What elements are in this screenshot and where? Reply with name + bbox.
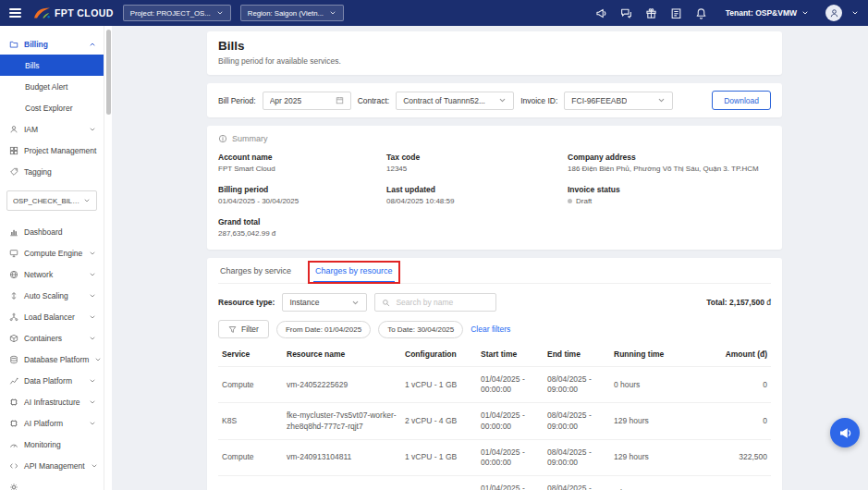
sidebar-item-budget-alert[interactable]: Budget Alert [0, 76, 104, 97]
chevron-down-icon [498, 96, 507, 104]
summary-account-name: Account name FPT Smart Cloud [218, 153, 386, 175]
cell-config: 1 vCPU - 1 GB [401, 367, 477, 403]
table-header-row: Service Resource name Configuration Star… [218, 342, 771, 367]
sidebar-item-ai-infrastructure[interactable]: AI Infrastructure [0, 391, 104, 412]
notification-bell-icon[interactable] [695, 7, 707, 19]
top-navbar: FPT CLOUD Project: PROJECT_OS... Region:… [0, 0, 868, 26]
sidebar-item-project-management[interactable]: Project Management [0, 140, 104, 161]
chevron-down-icon [329, 9, 336, 17]
sidebar-item-label: AI Infrastructure [24, 398, 79, 407]
cell-start: 01/04/2025 - 00:00:00 [477, 403, 544, 439]
tab-charges-by-service[interactable]: Charges by service [218, 258, 293, 283]
gear-icon [9, 483, 18, 490]
sidebar-item-api-management[interactable]: API Management [0, 455, 104, 476]
chevron-down-icon [801, 9, 809, 17]
table-row[interactable]: K8S fke-mycluster-7vs5vt07-worker-zhe8q8… [218, 403, 771, 439]
gift-icon[interactable] [645, 7, 657, 19]
total-amount: Total: 2,157,500 đ [706, 298, 771, 307]
docs-icon[interactable] [670, 7, 682, 19]
field-value: 287,635,042.99 đ [218, 229, 386, 239]
sidebar-item-data-platform[interactable]: Data Platform [0, 370, 104, 391]
sidebar-item-cost-explorer[interactable]: Cost Explorer [0, 97, 104, 118]
sidebar-item-label: Auto Scaling [24, 291, 68, 300]
field-value: 01/04/2025 - 30/04/2025 [218, 197, 386, 207]
cell-config: 2 vCPU - 4 GB [401, 403, 477, 439]
resource-type-label: Resource type: [218, 298, 275, 307]
menu-toggle-icon[interactable] [9, 8, 21, 18]
sidebar-item-bills[interactable]: Bills [0, 55, 104, 76]
clear-filters-link[interactable]: Clear filters [471, 325, 510, 334]
table-row[interactable]: Compute vm-24072615438 1 vCPU - 1 GB 01/… [218, 475, 771, 490]
gauge-icon [9, 440, 18, 449]
fpt-cloud-logo[interactable]: FPT CLOUD [34, 7, 114, 18]
tab-charges-by-resource[interactable]: Charges by resource [313, 258, 395, 283]
feedback-fab-button[interactable] [830, 418, 860, 447]
page-subtitle: Billing period for available services. [218, 56, 771, 66]
status-text: Draft [576, 197, 592, 205]
bar-chart-icon [9, 227, 18, 237]
invoice-id-select[interactable]: FCI-96FEEABD [564, 92, 673, 110]
chip-icon [9, 419, 18, 428]
col-amount: Amount (đ) [690, 342, 771, 367]
cell-end: 08/04/2025 - 09:00:00 [544, 439, 610, 475]
sidebar-item-monitoring[interactable]: Monitoring [0, 434, 104, 455]
sidebar-item-partial[interactable] [0, 476, 104, 490]
cell-running: 0 hours [610, 475, 690, 490]
project-selector[interactable]: Project: PROJECT_OS... [123, 5, 231, 21]
resource-type-select[interactable]: Instance [282, 293, 367, 312]
to-date-chip[interactable]: To Date: 30/04/2025 [378, 321, 463, 338]
chevron-down-icon [89, 420, 96, 427]
sidebar-item-compute-engine[interactable]: Compute Engine [0, 242, 104, 263]
sidebar-scrollbar-thumb[interactable] [106, 30, 111, 115]
tab-label: Charges by service [220, 266, 291, 276]
field-label: Last updated [386, 185, 568, 194]
navbar-icons [595, 7, 707, 19]
sidebar-item-auto-scaling[interactable]: Auto Scaling [0, 285, 104, 306]
contract-label: Contract: [358, 96, 390, 105]
chevron-down-icon [657, 96, 666, 104]
sidebar-item-label: IAM [24, 125, 38, 134]
field-label: Invoice status [568, 185, 771, 194]
sidebar-item-network[interactable]: Network [0, 263, 104, 285]
status-badge: Draft [568, 197, 771, 207]
sidebar-group-billing[interactable]: Billing [0, 33, 104, 55]
search-input[interactable] [396, 298, 489, 307]
sidebar-item-load-balancer[interactable]: Load Balancer [0, 306, 104, 327]
filter-button[interactable]: Filter [218, 320, 269, 338]
search-box[interactable] [374, 293, 496, 312]
sidebar-item-tagging[interactable]: Tagging [0, 161, 104, 182]
from-date-chip[interactable]: From Date: 01/04/2025 [276, 321, 371, 338]
chevron-down-icon [89, 377, 96, 385]
region-selector[interactable]: Region: Saigon (Vietn... [240, 5, 344, 21]
sidebar-project-select[interactable]: OSP_CHECK_BILL_001 [6, 190, 97, 211]
sidebar-item-label: Load Balancer [24, 312, 75, 322]
sidebar-scrollbar[interactable] [104, 26, 112, 490]
sidebar-item-containers[interactable]: Containers [0, 327, 104, 349]
chevron-down-icon [351, 299, 360, 307]
box-icon [9, 334, 18, 343]
tenant-selector[interactable]: Tenant: OSP&VMW [726, 8, 809, 18]
table-row[interactable]: Compute vm-240913104811 1 vCPU - 1 GB 01… [218, 439, 771, 475]
sidebar-item-database-platform[interactable]: Database Platform [0, 349, 104, 370]
app-window: FPT CLOUD Project: PROJECT_OS... Region:… [0, 0, 868, 490]
contract-select[interactable]: Contract of Tuannn52... [396, 92, 514, 110]
chat-icon[interactable] [620, 7, 632, 19]
bill-period-picker[interactable]: Apr 2025 [263, 92, 351, 110]
sidebar-item-ai-platform[interactable]: AI Platform [0, 412, 104, 434]
logo-text: FPT CLOUD [55, 7, 114, 18]
sidebar-item-dashboard[interactable]: Dashboard [0, 221, 104, 242]
announcement-icon[interactable] [595, 7, 607, 19]
cell-end: 08/04/2025 - 09:00:00 [544, 367, 610, 403]
sidebar-item-iam[interactable]: IAM [0, 118, 104, 140]
sidebar-item-label: Compute Engine [24, 249, 82, 258]
sidebar-item-label: Tagging [24, 167, 52, 177]
download-button[interactable]: Download [712, 91, 771, 110]
cell-resource: vm-24072615438 [283, 475, 401, 490]
avatar[interactable] [825, 5, 842, 21]
cell-config: 1 vCPU - 1 GB [401, 439, 477, 475]
table-row[interactable]: Compute vm-24052225629 1 vCPU - 1 GB 01/… [218, 367, 771, 403]
charges-tabs: Charges by service Charges by resource [218, 258, 771, 284]
sidebar-item-label: Cost Explorer [25, 104, 73, 113]
chevron-down-icon [89, 126, 96, 133]
main-content: Bills Billing period for available servi… [112, 26, 868, 490]
